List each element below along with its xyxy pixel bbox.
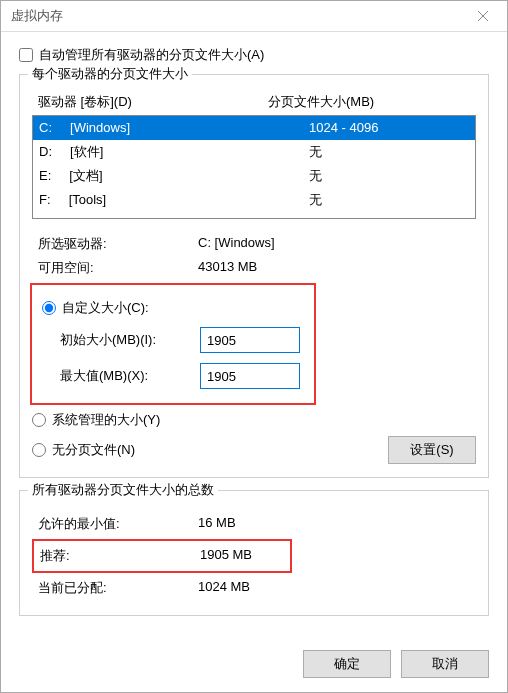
per-drive-group-label: 每个驱动器的分页文件大小 (28, 65, 192, 83)
max-size-input[interactable] (200, 363, 300, 389)
min-value: 16 MB (198, 515, 236, 533)
max-size-label: 最大值(MB)(X): (60, 367, 200, 385)
no-paging-radio[interactable]: 无分页文件(N) (32, 441, 388, 459)
min-row: 允许的最小值: 16 MB (32, 513, 476, 535)
size-cell: 1024 - 4096 (269, 118, 469, 138)
col-size-header: 分页文件大小(MB) (268, 93, 470, 111)
custom-size-radio[interactable]: 自定义大小(C): (42, 299, 304, 317)
ok-button[interactable]: 确定 (303, 650, 391, 678)
auto-manage-checkbox[interactable]: 自动管理所有驱动器的分页文件大小(A) (19, 46, 489, 64)
per-drive-group: 每个驱动器的分页文件大小 驱动器 [卷标](D) 分页文件大小(MB) C: [… (19, 74, 489, 478)
no-paging-label: 无分页文件(N) (52, 441, 135, 459)
drive-cell: D: [软件] (39, 142, 269, 162)
close-icon (477, 10, 489, 22)
drive-row[interactable]: D: [软件] 无 (33, 140, 475, 164)
custom-size-label: 自定义大小(C): (62, 299, 149, 317)
max-size-row: 最大值(MB)(X): (60, 363, 304, 389)
initial-size-row: 初始大小(MB)(I): (60, 327, 304, 353)
drive-cell: E: [文档] (39, 166, 269, 186)
drive-row[interactable]: C: [Windows] 1024 - 4096 (33, 116, 475, 140)
selected-drive-label: 所选驱动器: (38, 235, 198, 253)
drive-cell: F: [Tools] (39, 190, 269, 210)
titlebar: 虚拟内存 (1, 1, 507, 32)
dialog-content: 自动管理所有驱动器的分页文件大小(A) 每个驱动器的分页文件大小 驱动器 [卷标… (1, 32, 507, 640)
size-cell: 无 (269, 166, 469, 186)
selected-drive-value: C: [Windows] (198, 235, 275, 253)
current-label: 当前已分配: (38, 579, 198, 597)
close-button[interactable] (463, 2, 503, 30)
totals-group: 所有驱动器分页文件大小的总数 允许的最小值: 16 MB 推荐: 1905 MB… (19, 490, 489, 616)
initial-size-label: 初始大小(MB)(I): (60, 331, 200, 349)
free-space-label: 可用空间: (38, 259, 198, 277)
size-cell: 无 (269, 190, 469, 210)
dialog-footer: 确定 取消 (1, 640, 507, 692)
set-button[interactable]: 设置(S) (388, 436, 476, 464)
recommended-value: 1905 MB (200, 547, 252, 565)
cancel-button[interactable]: 取消 (401, 650, 489, 678)
virtual-memory-dialog: 虚拟内存 自动管理所有驱动器的分页文件大小(A) 每个驱动器的分页文件大小 驱动… (0, 0, 508, 693)
totals-group-label: 所有驱动器分页文件大小的总数 (28, 481, 218, 499)
current-row: 当前已分配: 1024 MB (32, 577, 476, 599)
min-label: 允许的最小值: (38, 515, 198, 533)
recommended-row: 推荐: 1905 MB (34, 545, 290, 567)
system-managed-radio[interactable]: 系统管理的大小(Y) (32, 411, 476, 429)
system-managed-label: 系统管理的大小(Y) (52, 411, 160, 429)
no-paging-radio-input[interactable] (32, 443, 46, 457)
size-cell: 无 (269, 142, 469, 162)
drive-row[interactable]: E: [文档] 无 (33, 164, 475, 188)
drive-cell: C: [Windows] (39, 118, 269, 138)
custom-size-radio-input[interactable] (42, 301, 56, 315)
drive-row[interactable]: F: [Tools] 无 (33, 188, 475, 212)
auto-manage-checkbox-input[interactable] (19, 48, 33, 62)
drive-listbox[interactable]: C: [Windows] 1024 - 4096 D: [软件] 无 E: [文… (32, 115, 476, 219)
recommended-label: 推荐: (40, 547, 200, 565)
selected-drive-row: 所选驱动器: C: [Windows] (38, 235, 476, 253)
free-space-value: 43013 MB (198, 259, 257, 277)
recommended-highlight: 推荐: 1905 MB (32, 539, 292, 573)
initial-size-input[interactable] (200, 327, 300, 353)
free-space-row: 可用空间: 43013 MB (38, 259, 476, 277)
custom-size-highlight: 自定义大小(C): 初始大小(MB)(I): 最大值(MB)(X): (30, 283, 316, 405)
current-value: 1024 MB (198, 579, 250, 597)
system-managed-radio-input[interactable] (32, 413, 46, 427)
drive-table-header: 驱动器 [卷标](D) 分页文件大小(MB) (32, 93, 476, 115)
auto-manage-label: 自动管理所有驱动器的分页文件大小(A) (39, 46, 264, 64)
dialog-title: 虚拟内存 (11, 7, 63, 25)
col-drive-header: 驱动器 [卷标](D) (38, 93, 268, 111)
